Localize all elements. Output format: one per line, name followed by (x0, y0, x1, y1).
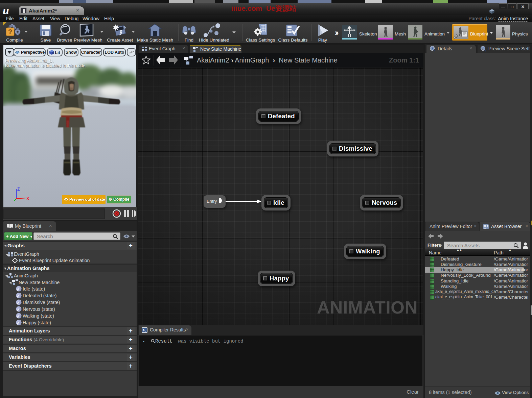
svg-text:?: ? (8, 28, 12, 35)
svg-text:Z: Z (17, 187, 20, 192)
svg-text:i: i (483, 47, 484, 50)
svg-text:X: X (26, 196, 29, 201)
svg-text:i: i (432, 47, 433, 50)
